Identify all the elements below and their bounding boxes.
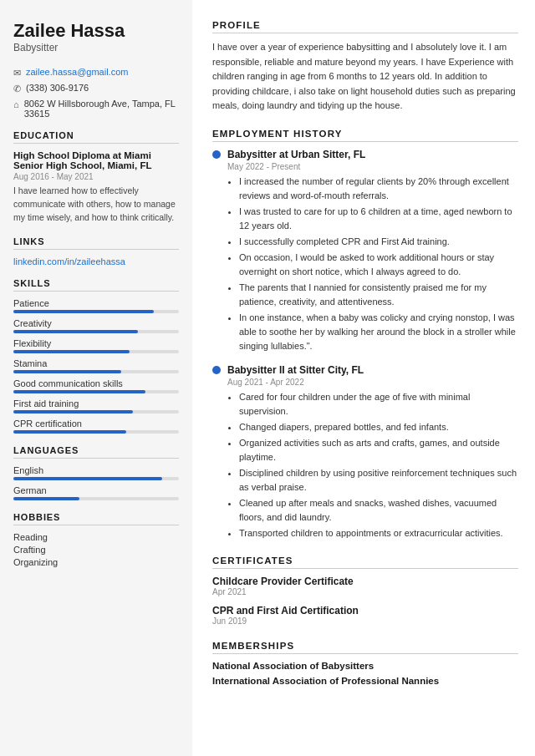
job-bullet: Transported children to appointments or …: [239, 526, 518, 540]
job-bullet: Organized activities such as arts and cr…: [239, 436, 518, 464]
contact-phone: ✆ (338) 306-9176: [13, 83, 179, 94]
job-bullets: I increased the number of regular client…: [232, 175, 518, 354]
skills-section: SKILLS Patience Creativity Flexibility S…: [13, 278, 179, 434]
edu-dates: Aug 2016 - May 2021: [13, 172, 179, 181]
cert-block: CPR and First Aid Certification Jun 2019: [212, 605, 518, 626]
education-section: EDUCATION High School Diploma at Miami S…: [13, 130, 179, 224]
contact-address: ⌂ 8062 W Hillsborough Ave, Tampa, FL 336…: [13, 99, 179, 119]
hobby-item: Crafting: [13, 545, 179, 555]
job-title: Babysitter at Urban Sitter, FL: [227, 149, 365, 160]
employment-section: EMPLOYMENT HISTORY Babysitter at Urban S…: [212, 129, 518, 540]
membership-item: International Association of Professiona…: [212, 676, 518, 686]
skill-bar-bg: [13, 330, 179, 333]
job-bullet: The parents that I nannied for consisten…: [239, 281, 518, 309]
memberships-list: National Association of BabysittersInter…: [212, 661, 518, 686]
address-value: 8062 W Hillsborough Ave, Tampa, FL 33615: [24, 99, 179, 119]
cert-name: Childcare Provider Certificate: [212, 576, 518, 587]
skill-bar-bg: [13, 430, 179, 434]
job-bullet: Changed diapers, prepared bottles, and f…: [239, 420, 518, 434]
job-bullet: I increased the number of regular client…: [239, 175, 518, 203]
hobby-item: Organizing: [13, 557, 179, 567]
email-icon: ✉: [13, 68, 21, 79]
phone-value: (338) 306-9176: [26, 83, 89, 93]
language-bar-bg: [13, 477, 179, 480]
skill-label: Stamina: [13, 358, 179, 368]
language-bar-fill: [13, 477, 162, 480]
main-content: PROFILE I have over a year of experience…: [192, 0, 535, 756]
skill-item: Flexibility: [13, 338, 179, 353]
job-dates: Aug 2021 - Apr 2022: [227, 378, 518, 387]
skill-item: Good communication skills: [13, 378, 179, 393]
skill-bar-bg: [13, 410, 179, 414]
skills-list: Patience Creativity Flexibility Stamina …: [13, 298, 179, 434]
skill-item: Stamina: [13, 358, 179, 373]
resume-page: Zailee Hassa Babysitter ✉ zailee.hassa@g…: [0, 0, 535, 756]
skill-bar-fill: [13, 350, 130, 353]
job-bullet: I successfully completed CPR and First A…: [239, 235, 518, 249]
skill-bar-bg: [13, 390, 179, 393]
job-block: Babysitter at Urban Sitter, FL May 2022 …: [212, 149, 518, 354]
job-bullets: Cared for four children under the age of…: [232, 390, 518, 540]
employment-title: EMPLOYMENT HISTORY: [212, 129, 518, 142]
language-bar-fill: [13, 497, 79, 500]
certs-list: Childcare Provider Certificate Apr 2021 …: [212, 576, 518, 626]
skill-bar-bg: [13, 370, 179, 373]
job-bullet: Cared for four children under the age of…: [239, 390, 518, 419]
edu-desc: I have learned how to effectively commun…: [13, 185, 179, 224]
hobby-item: Reading: [13, 532, 179, 542]
location-icon: ⌂: [13, 99, 19, 109]
skill-bar-bg: [13, 310, 179, 313]
language-bar-bg: [13, 497, 179, 500]
linkedin-link[interactable]: linkedin.com/in/zaileehassa: [13, 256, 179, 266]
skill-bar-fill: [13, 370, 121, 373]
sidebar-title: Babysitter: [13, 42, 179, 53]
skill-label: CPR certification: [13, 419, 179, 429]
skill-item: CPR certification: [13, 419, 179, 434]
skill-bar-bg: [13, 350, 179, 353]
links-section: LINKS linkedin.com/in/zaileehassa: [13, 236, 179, 266]
certificates-title: CERTIFICATES: [212, 556, 518, 569]
profile-title: PROFILE: [212, 20, 518, 33]
language-label: German: [13, 485, 179, 495]
language-label: English: [13, 465, 179, 475]
skill-label: Flexibility: [13, 338, 179, 348]
sidebar-name: Zailee Hassa: [13, 20, 179, 42]
contact-section: ✉ zailee.hassa@gmail.com ✆ (338) 306-917…: [13, 67, 179, 119]
job-dot: [212, 366, 221, 374]
language-item: German: [13, 485, 179, 500]
skill-item: Patience: [13, 298, 179, 313]
skill-bar-fill: [13, 310, 154, 313]
languages-title: LANGUAGES: [13, 445, 179, 459]
skill-bar-fill: [13, 410, 133, 414]
profile-section: PROFILE I have over a year of experience…: [212, 20, 518, 114]
memberships-section: MEMBERSHIPS National Association of Baby…: [212, 641, 518, 686]
cert-block: Childcare Provider Certificate Apr 2021: [212, 576, 518, 596]
sidebar: Zailee Hassa Babysitter ✉ zailee.hassa@g…: [0, 0, 192, 756]
cert-date: Apr 2021: [212, 587, 518, 596]
skill-item: Creativity: [13, 318, 179, 333]
skill-label: First aid training: [13, 398, 179, 408]
languages-list: English German: [13, 465, 179, 500]
hobbies-section: HOBBIES ReadingCraftingOrganizing: [13, 512, 179, 567]
skill-label: Good communication skills: [13, 378, 179, 388]
job-dot: [212, 150, 221, 159]
education-title: EDUCATION: [13, 130, 179, 144]
certificates-section: CERTIFICATES Childcare Provider Certific…: [212, 556, 518, 626]
job-bullet: In one instance, when a baby was colicky…: [239, 311, 518, 353]
skill-label: Creativity: [13, 318, 179, 328]
email-link[interactable]: zailee.hassa@gmail.com: [26, 67, 128, 77]
job-dates: May 2022 - Present: [227, 162, 518, 171]
profile-text: I have over a year of experience babysit…: [212, 40, 518, 114]
job-title: Babysitter II at Sitter City, FL: [227, 364, 364, 376]
job-bullet: On occasion, I would be asked to work ad…: [239, 251, 518, 279]
skills-title: SKILLS: [13, 278, 179, 292]
language-item: English: [13, 465, 179, 480]
skill-bar-fill: [13, 390, 145, 393]
skill-label: Patience: [13, 298, 179, 308]
contact-email: ✉ zailee.hassa@gmail.com: [13, 67, 179, 79]
job-header: Babysitter II at Sitter City, FL: [212, 364, 518, 376]
hobbies-list: ReadingCraftingOrganizing: [13, 532, 179, 567]
membership-item: National Association of Babysitters: [212, 661, 518, 671]
job-block: Babysitter II at Sitter City, FL Aug 202…: [212, 364, 518, 540]
skill-bar-fill: [13, 430, 126, 434]
